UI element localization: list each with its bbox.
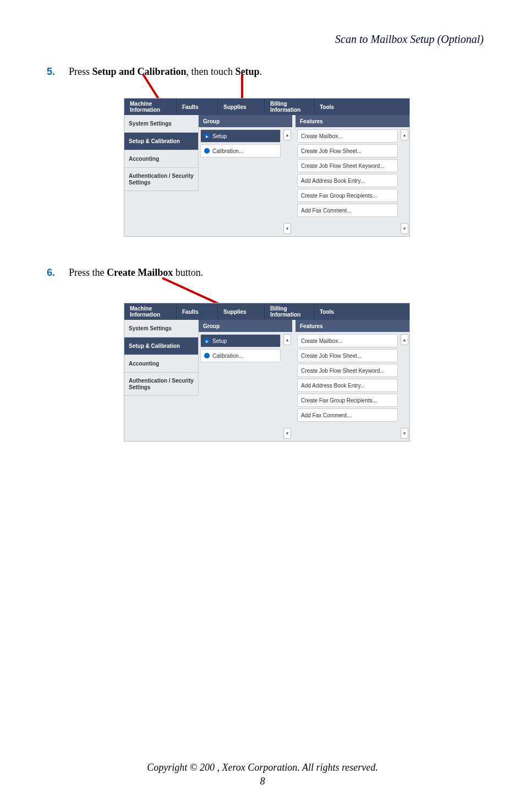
features-col-2: Features Create Mailbox... Create Job Fl… bbox=[296, 320, 409, 441]
feature-items-1: Create Mailbox... Create Job Flow Sheet.… bbox=[296, 127, 400, 236]
group-items-1: Setup Calibration... bbox=[199, 127, 282, 236]
tab-machine-info[interactable]: Machine Information bbox=[124, 99, 177, 115]
play-icon bbox=[204, 338, 210, 344]
feature-add-address[interactable]: Add Address Book Entry... bbox=[297, 379, 398, 392]
group-setup-label: Setup bbox=[212, 338, 227, 344]
tab-supplies[interactable]: Supplies bbox=[218, 99, 265, 115]
feature-create-flow-keyword[interactable]: Create Job Flow Sheet Keyword... bbox=[297, 159, 398, 172]
step-5-pre: Press bbox=[69, 66, 92, 77]
page-number: 8 bbox=[0, 776, 525, 787]
feature-create-mailbox[interactable]: Create Mailbox... bbox=[297, 334, 398, 347]
sidebar-accounting[interactable]: Accounting bbox=[124, 355, 199, 373]
step-5-number: 5. bbox=[47, 66, 55, 78]
tab-billing-info[interactable]: Billing Information bbox=[265, 99, 314, 115]
scroll-up-button[interactable]: ▲ bbox=[283, 334, 291, 345]
step-5-mid: , then touch bbox=[187, 66, 236, 77]
group-col-1: Group Setup Calibration... ▲ ▼ bbox=[199, 115, 292, 236]
feature-create-fax-group[interactable]: Create Fax Group Recipients... bbox=[297, 394, 398, 407]
sidebar-accounting[interactable]: Accounting bbox=[124, 150, 199, 168]
sidebar-system-settings[interactable]: System Settings bbox=[124, 115, 199, 133]
workspace-2: System Settings Setup & Calibration Acco… bbox=[124, 320, 409, 441]
tab-tools[interactable]: Tools bbox=[314, 303, 409, 320]
group-item-setup[interactable]: Setup bbox=[200, 334, 281, 347]
screenshot-2: Machine Information Faults Supplies Bill… bbox=[124, 303, 410, 442]
sidebar-2: System Settings Setup & Calibration Acco… bbox=[124, 320, 199, 441]
step-6-b1: Create Mailbox bbox=[107, 267, 173, 278]
tab-billing-info[interactable]: Billing Information bbox=[265, 303, 314, 320]
group-scrollbar-1: ▲ ▼ bbox=[282, 127, 292, 236]
group-scrollbar-2: ▲ ▼ bbox=[282, 332, 292, 441]
group-col-2: Group Setup Calibration... ▲ ▼ bbox=[199, 320, 292, 441]
scroll-down-button[interactable]: ▼ bbox=[283, 223, 291, 234]
group-header: Group bbox=[199, 320, 292, 332]
scroll-down-button[interactable]: ▼ bbox=[401, 223, 408, 234]
tab-supplies[interactable]: Supplies bbox=[218, 303, 265, 320]
page-header-title: Scan to Mailbox Setup (Optional) bbox=[335, 33, 484, 46]
step-5-post: . bbox=[260, 66, 262, 77]
group-calibration-label: Calibration... bbox=[212, 148, 243, 154]
step-6-number: 6. bbox=[47, 267, 55, 279]
tab-machine-info[interactable]: Machine Information bbox=[124, 303, 177, 320]
feature-items-2: Create Mailbox... Create Job Flow Sheet.… bbox=[296, 332, 400, 441]
step-6-text: Press the Create Mailbox button. bbox=[69, 267, 203, 279]
feature-create-flow-keyword[interactable]: Create Job Flow Sheet Keyword... bbox=[297, 364, 398, 377]
sidebar-setup-calibration[interactable]: Setup & Calibration bbox=[124, 133, 199, 150]
step-5-b2: Setup bbox=[236, 66, 260, 77]
tab-faults[interactable]: Faults bbox=[177, 303, 218, 320]
scroll-up-button[interactable]: ▲ bbox=[401, 334, 408, 345]
step-6: 6. Press the Create Mailbox button. bbox=[47, 267, 203, 279]
feature-create-flow-sheet[interactable]: Create Job Flow Sheet... bbox=[297, 349, 398, 362]
group-item-calibration[interactable]: Calibration... bbox=[200, 144, 281, 157]
feature-add-address[interactable]: Add Address Book Entry... bbox=[297, 174, 398, 187]
group-header: Group bbox=[199, 115, 292, 127]
workspace-1: System Settings Setup & Calibration Acco… bbox=[124, 115, 409, 236]
dot-icon bbox=[204, 148, 210, 154]
scroll-up-button[interactable]: ▲ bbox=[401, 129, 408, 140]
lists-1: Group Setup Calibration... ▲ ▼ Features bbox=[199, 115, 409, 236]
tab-bar-1: Machine Information Faults Supplies Bill… bbox=[124, 99, 409, 115]
scroll-down-button[interactable]: ▼ bbox=[283, 428, 291, 439]
sidebar-auth-security[interactable]: Authentication / Security Settings bbox=[124, 168, 199, 191]
screenshot-1: Machine Information Faults Supplies Bill… bbox=[124, 98, 410, 237]
play-icon bbox=[204, 133, 210, 139]
step-5-b1: Setup and Calibration bbox=[92, 66, 187, 77]
sidebar-auth-security[interactable]: Authentication / Security Settings bbox=[124, 373, 199, 396]
features-scrollbar-1: ▲ ▼ bbox=[400, 127, 409, 236]
tab-tools[interactable]: Tools bbox=[314, 99, 409, 115]
group-item-setup[interactable]: Setup bbox=[200, 129, 281, 143]
group-item-calibration[interactable]: Calibration... bbox=[200, 349, 281, 362]
feature-create-fax-group[interactable]: Create Fax Group Recipients... bbox=[297, 189, 398, 202]
feature-create-mailbox[interactable]: Create Mailbox... bbox=[297, 129, 398, 143]
sidebar-system-settings[interactable]: System Settings bbox=[124, 320, 199, 337]
feature-create-flow-sheet[interactable]: Create Job Flow Sheet... bbox=[297, 144, 398, 157]
tab-faults[interactable]: Faults bbox=[177, 99, 218, 115]
features-header: Features bbox=[296, 320, 409, 332]
dot-icon bbox=[204, 353, 210, 358]
step-6-pre: Press the bbox=[69, 267, 107, 278]
step-5-text: Press Setup and Calibration, then touch … bbox=[69, 66, 262, 78]
step-6-post: button. bbox=[173, 267, 203, 278]
features-col-1: Features Create Mailbox... Create Job Fl… bbox=[296, 115, 409, 236]
features-scrollbar-2: ▲ ▼ bbox=[400, 332, 409, 441]
scroll-up-button[interactable]: ▲ bbox=[283, 129, 291, 140]
step-5: 5. Press Setup and Calibration, then tou… bbox=[47, 66, 262, 78]
feature-add-fax-comment[interactable]: Add Fax Comment... bbox=[297, 408, 398, 422]
group-calibration-label: Calibration... bbox=[212, 353, 243, 359]
tab-bar-2: Machine Information Faults Supplies Bill… bbox=[124, 303, 409, 320]
sidebar-1: System Settings Setup & Calibration Acco… bbox=[124, 115, 199, 236]
features-header: Features bbox=[296, 115, 409, 127]
group-setup-label: Setup bbox=[212, 133, 227, 139]
lists-2: Group Setup Calibration... ▲ ▼ Features bbox=[199, 320, 409, 441]
sidebar-setup-calibration[interactable]: Setup & Calibration bbox=[124, 337, 199, 355]
feature-add-fax-comment[interactable]: Add Fax Comment... bbox=[297, 204, 398, 217]
scroll-down-button[interactable]: ▼ bbox=[401, 428, 408, 439]
group-items-2: Setup Calibration... bbox=[199, 332, 282, 441]
footer-copyright: Copyright © 200 , Xerox Corporation. All… bbox=[0, 762, 525, 773]
